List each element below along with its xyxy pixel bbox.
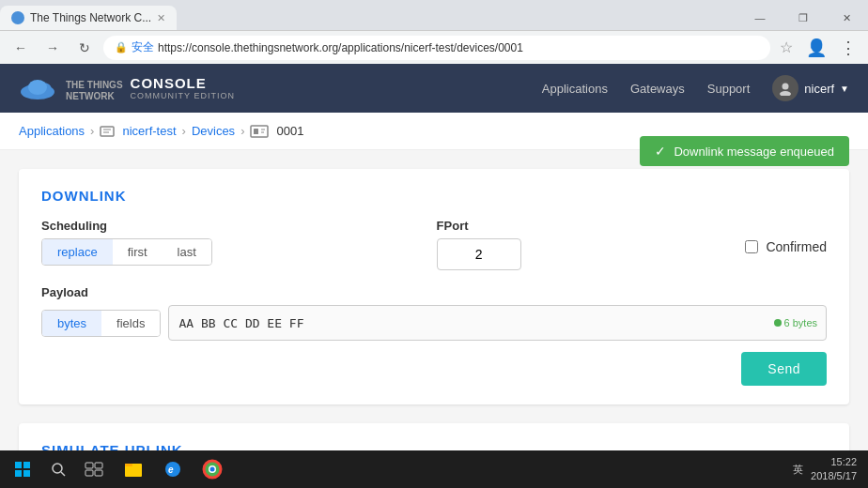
nav-applications[interactable]: Applications [542, 82, 608, 96]
breadcrumb-chevron-1: › [90, 124, 94, 138]
send-btn-row: Send [41, 352, 827, 386]
payload-input-wrapper: 6 bytes [168, 305, 827, 341]
payload-fields-button[interactable]: fields [101, 311, 160, 336]
taskbar-time-display: 15:22 [811, 455, 857, 469]
browser-menu-button[interactable]: ⋮ [836, 38, 860, 58]
url-input[interactable]: 🔒 安全 https://console.thethingsnetwork.or… [103, 36, 770, 60]
taskbar-language: 英 [793, 463, 803, 477]
ie-icon: e [163, 459, 183, 480]
restore-button[interactable]: ❐ [782, 3, 825, 33]
breadcrumb-devices[interactable]: Devices [192, 124, 235, 138]
ttn-logo-icon [19, 75, 56, 101]
toast-check-icon: ✓ [655, 144, 666, 159]
taskbar-clock: 15:22 2018/5/17 [811, 455, 857, 484]
logo-console: CONSOLE [131, 75, 235, 91]
logo-area: THE THINGSNETWORK CONSOLE COMMUNITY EDIT… [19, 75, 235, 102]
svg-point-5 [780, 91, 791, 96]
svg-rect-24 [125, 464, 132, 466]
svg-rect-20 [95, 463, 102, 468]
svg-rect-6 [101, 127, 114, 136]
nav-gateways[interactable]: Gateways [630, 82, 685, 96]
taskbar-task-view[interactable] [75, 450, 113, 488]
byte-count: 6 bytes [774, 317, 817, 328]
payload-group: Payload bytes fields 6 bytes [41, 285, 827, 341]
taskbar-items: e [75, 450, 231, 488]
forward-button[interactable]: → [39, 35, 66, 61]
toast-message: Downlink message enqueued [674, 145, 834, 159]
fport-input[interactable] [437, 238, 521, 270]
breadcrumb-device-id: 0001 [276, 124, 303, 138]
window-controls: — ❐ ✕ [738, 3, 868, 33]
taskbar-explorer[interactable] [115, 450, 152, 488]
svg-rect-19 [85, 463, 93, 468]
tab-close-button[interactable]: ✕ [157, 12, 165, 24]
svg-rect-13 [15, 462, 22, 468]
scheduling-replace-button[interactable]: replace [42, 239, 113, 265]
svg-line-18 [61, 472, 65, 476]
downlink-title: DOWNLINK [41, 188, 827, 204]
minimize-button[interactable]: — [738, 3, 782, 33]
logo-text: THE THINGSNETWORK CONSOLE COMMUNITY EDIT… [66, 75, 235, 102]
user-menu[interactable]: nicerf ▼ [772, 75, 849, 101]
toast-notification: ✓ Downlink message enqueued [640, 136, 849, 166]
start-button[interactable] [4, 450, 41, 488]
main-content: DOWNLINK Scheduling replace first last F… [0, 150, 868, 488]
main-nav: Applications Gateways Support nicerf ▼ [542, 75, 849, 101]
taskbar-search-button[interactable] [41, 450, 75, 488]
explorer-icon [123, 459, 144, 480]
payload-bytes-button[interactable]: bytes [42, 311, 101, 336]
breadcrumb-device-icon [250, 125, 269, 138]
svg-point-3 [28, 80, 47, 95]
taskbar-chrome[interactable] [194, 450, 231, 488]
breadcrumb-chevron-3: › [240, 124, 244, 138]
profile-button[interactable]: 👤 [802, 38, 830, 58]
downlink-section: DOWNLINK Scheduling replace first last F… [19, 169, 849, 404]
scheduling-btn-group: replace first last [41, 238, 212, 266]
send-button[interactable]: Send [741, 352, 827, 386]
svg-point-4 [783, 84, 789, 90]
svg-rect-22 [95, 470, 102, 476]
confirmed-label: Confirmed [766, 239, 827, 254]
svg-point-17 [53, 464, 62, 473]
windows-logo-icon [15, 462, 30, 477]
svg-rect-10 [254, 129, 258, 134]
bookmark-button[interactable]: ☆ [776, 38, 797, 56]
chrome-icon [202, 459, 223, 480]
logo-ttn: THE THINGSNETWORK [66, 80, 123, 102]
svg-rect-14 [23, 462, 30, 468]
confirmed-checkbox[interactable] [745, 240, 758, 253]
taskbar-ie[interactable]: e [154, 450, 192, 488]
scheduling-first-button[interactable]: first [113, 239, 163, 265]
back-button[interactable]: ← [8, 35, 34, 61]
tab-favicon [11, 11, 24, 24]
tab-title: The Things Network C... [30, 11, 151, 24]
taskbar: e 英 15:22 2018/5/17 [0, 450, 868, 488]
address-bar: ← → ↻ 🔒 安全 https://console.thethingsnetw… [0, 30, 868, 64]
svg-rect-15 [15, 470, 22, 477]
svg-rect-21 [85, 470, 93, 476]
taskbar-right: 英 15:22 2018/5/17 [793, 455, 864, 484]
secure-icon: 🔒 [115, 41, 128, 53]
breadcrumb-app-name[interactable]: nicerf-test [122, 124, 176, 138]
close-button[interactable]: ✕ [825, 3, 868, 33]
scheduling-label: Scheduling [41, 219, 212, 233]
svg-point-30 [210, 467, 215, 472]
payload-type-btn-group: bytes fields [41, 310, 161, 337]
user-avatar-icon [772, 75, 798, 101]
fport-group: FPort [437, 219, 521, 270]
user-name: nicerf [804, 82, 834, 96]
app-header: THE THINGSNETWORK CONSOLE COMMUNITY EDIT… [0, 64, 868, 113]
svg-text:e: e [168, 465, 174, 475]
confirmed-area: Confirmed [745, 219, 827, 254]
breadcrumb-app-icon [100, 126, 115, 137]
breadcrumb-applications[interactable]: Applications [19, 124, 85, 138]
refresh-button[interactable]: ↻ [71, 35, 98, 61]
byte-count-label: 6 bytes [784, 317, 817, 328]
fport-label: FPort [437, 219, 521, 233]
payload-input[interactable] [168, 305, 827, 341]
browser-tab[interactable]: The Things Network C... ✕ [0, 6, 177, 30]
nav-support[interactable]: Support [707, 82, 751, 96]
scheduling-last-button[interactable]: last [163, 239, 211, 265]
svg-rect-9 [251, 126, 268, 137]
app-container: THE THINGSNETWORK CONSOLE COMMUNITY EDIT… [0, 64, 868, 488]
